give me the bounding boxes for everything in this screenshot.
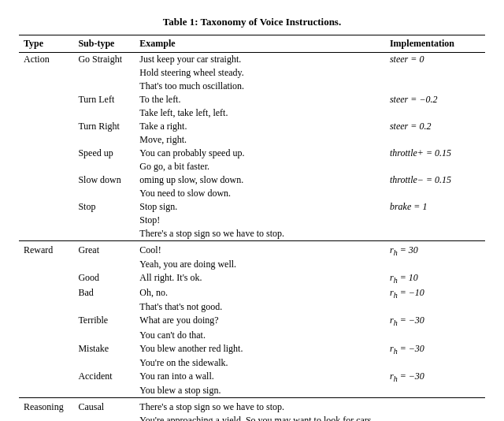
table-row: That's that's not good.: [19, 300, 485, 314]
table-row: ReasoningCausalThere's a stop sign so we…: [19, 398, 485, 415]
cell-implementation: rh = −30: [385, 342, 485, 356]
cell-example: There's a stop sign so we have to stop.: [135, 227, 385, 241]
table-row: Stop!: [19, 214, 485, 227]
cell-subtype: Terrible: [73, 314, 135, 328]
table-row: Yeah, you are doing well.: [19, 258, 485, 271]
cell-implementation: steer = 0: [385, 53, 485, 67]
cell-type: [19, 227, 73, 241]
cell-implementation: [385, 258, 485, 271]
cell-example: That's that's not good.: [135, 300, 385, 314]
cell-subtype: [73, 80, 135, 93]
cell-implementation: [385, 80, 485, 93]
cell-example: Just keep your car straight.: [135, 53, 385, 67]
cell-type: [19, 286, 73, 300]
taxonomy-table: Type Sub-type Example Implementation Act…: [19, 35, 485, 421]
table-row: That's too much oscillation.: [19, 80, 485, 93]
table-header-row: Type Sub-type Example Implementation: [19, 35, 485, 53]
table-row: You're on the sidewalk.: [19, 356, 485, 370]
cell-implementation: rh = 30: [385, 241, 485, 259]
cell-implementation: [385, 384, 485, 398]
cell-subtype: Slow down: [73, 173, 135, 187]
cell-implementation: steer = 0.2: [385, 120, 485, 133]
cell-implementation: [385, 300, 485, 314]
cell-subtype: [73, 133, 135, 147]
table-row: Move, right.: [19, 133, 485, 147]
table-row: Go go, a bit faster.: [19, 160, 485, 173]
header-example: Example: [135, 35, 385, 53]
cell-type: Reasoning: [19, 398, 73, 415]
cell-subtype: Causal: [73, 398, 135, 415]
table-row: Hold steering wheel steady.: [19, 66, 485, 80]
cell-implementation: [385, 133, 485, 147]
table-row: You blew a stop sign.: [19, 384, 485, 398]
cell-type: [19, 329, 73, 342]
cell-example: You ran into a wall.: [135, 370, 385, 384]
cell-subtype: [73, 384, 135, 398]
cell-example: Take a right.: [135, 120, 385, 133]
cell-implementation: throttle− = 0.15: [385, 173, 485, 187]
cell-example: You can probably speed up.: [135, 147, 385, 160]
cell-implementation: steer = −0.2: [385, 93, 485, 106]
cell-example: You can't do that.: [135, 329, 385, 342]
cell-type: [19, 120, 73, 133]
cell-subtype: Speed up: [73, 147, 135, 160]
cell-type: Reward: [19, 241, 73, 259]
table-row: Turn RightTake a right.steer = 0.2: [19, 120, 485, 133]
table-row: There's a stop sign so we have to stop.: [19, 227, 485, 241]
cell-subtype: [73, 227, 135, 241]
cell-type: [19, 314, 73, 328]
cell-subtype: Accident: [73, 370, 135, 384]
cell-implementation: [385, 329, 485, 342]
cell-subtype: Mistake: [73, 342, 135, 356]
cell-implementation: rh = −10: [385, 286, 485, 300]
cell-type: [19, 370, 73, 384]
cell-implementation: [385, 214, 485, 227]
cell-subtype: Turn Left: [73, 93, 135, 106]
table-row: You can't do that.: [19, 329, 485, 342]
cell-implementation: rh = 10: [385, 271, 485, 285]
cell-type: [19, 80, 73, 93]
cell-implementation: [385, 66, 485, 80]
cell-example: There's a stop sign so we have to stop.: [135, 398, 385, 415]
cell-subtype: [73, 258, 135, 271]
cell-example: You're approaching a yield. So you may w…: [135, 414, 385, 421]
cell-implementation: [385, 414, 485, 421]
table-row: Speed upYou can probably speed up.thrott…: [19, 147, 485, 160]
header-implementation: Implementation: [385, 35, 485, 53]
cell-implementation: brake = 1: [385, 200, 485, 214]
cell-implementation: [385, 106, 485, 120]
cell-subtype: [73, 414, 135, 421]
cell-subtype: Stop: [73, 200, 135, 214]
cell-example: To the left.: [135, 93, 385, 106]
cell-type: [19, 93, 73, 106]
cell-example: What are you doing?: [135, 314, 385, 328]
table-row: BadOh, no.rh = −10: [19, 286, 485, 300]
cell-type: [19, 66, 73, 80]
table-row: ActionGo StraightJust keep your car stra…: [19, 53, 485, 67]
cell-example: That's too much oscillation.: [135, 80, 385, 93]
header-subtype: Sub-type: [73, 35, 135, 53]
cell-example: You're on the sidewalk.: [135, 356, 385, 370]
cell-type: [19, 200, 73, 214]
cell-implementation: rh = −30: [385, 314, 485, 328]
cell-implementation: [385, 227, 485, 241]
cell-example: You blew another red light.: [135, 342, 385, 356]
cell-type: [19, 187, 73, 200]
cell-example: oming up slow, slow down.: [135, 173, 385, 187]
cell-implementation: throttle+ = 0.15: [385, 147, 485, 160]
cell-subtype: Turn Right: [73, 120, 135, 133]
cell-subtype: [73, 66, 135, 80]
table-row: Turn LeftTo the left.steer = −0.2: [19, 93, 485, 106]
cell-type: [19, 214, 73, 227]
cell-subtype: [73, 214, 135, 227]
cell-subtype: [73, 106, 135, 120]
cell-subtype: Good: [73, 271, 135, 285]
table-row: Slow downoming up slow, slow down.thrott…: [19, 173, 485, 187]
cell-subtype: [73, 329, 135, 342]
cell-example: Stop sign.: [135, 200, 385, 214]
cell-example: Go go, a bit faster.: [135, 160, 385, 173]
cell-example: Take left, take left, left.: [135, 106, 385, 120]
cell-implementation: rh = −30: [385, 370, 485, 384]
table-row: You need to slow down.: [19, 187, 485, 200]
cell-example: Cool!: [135, 241, 385, 259]
